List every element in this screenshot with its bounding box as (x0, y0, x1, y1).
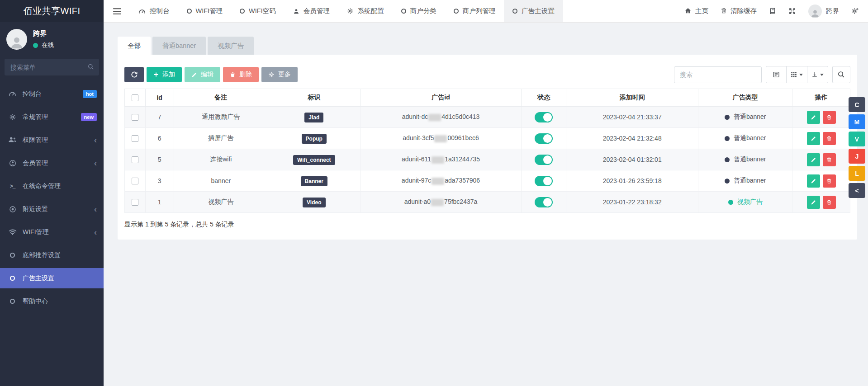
row-delete-button[interactable] (823, 153, 836, 166)
columns-dropdown-button[interactable] (787, 66, 807, 83)
row-edit-button[interactable] (807, 132, 820, 145)
status-toggle[interactable] (535, 155, 553, 165)
redacted-blur (434, 135, 447, 142)
row-checkbox[interactable] (132, 156, 138, 163)
row-delete-button[interactable] (823, 132, 836, 145)
sidebar-item-footer-recommend[interactable]: 底部推荐设置 (0, 245, 104, 265)
quick-button-l[interactable]: L (849, 166, 865, 181)
add-button[interactable]: 添加 (147, 67, 182, 82)
topnav-item-members[interactable]: 会员管理 (285, 0, 338, 22)
topnav-item-advertiser-settings[interactable]: 广告主设置 (504, 0, 563, 22)
clear-cache-button[interactable]: 清除缓存 (721, 7, 757, 15)
redacted-blur (432, 156, 444, 164)
chevron-left-icon: ‹ (94, 205, 97, 213)
circle-icon (187, 9, 192, 14)
topnav-item-console[interactable]: 控制台 (130, 0, 178, 22)
tag-badge: Video (303, 198, 325, 207)
quick-button-m[interactable]: M (849, 114, 865, 129)
row-delete-button[interactable] (823, 174, 836, 188)
sidebar-item-wifi[interactable]: WIFI管理 ‹ (0, 222, 104, 242)
sidebar-item-permissions[interactable]: 权限管理 ‹ (0, 130, 104, 150)
delete-button[interactable]: 删除 (223, 67, 259, 82)
gear-icon (268, 71, 275, 78)
cogs-icon[interactable] (851, 7, 859, 15)
sidebar-item-label: 权限管理 (23, 136, 88, 144)
content-panel: 添加 编辑 删除 更多 (118, 55, 857, 240)
row-edit-button[interactable] (807, 153, 820, 166)
topnav-item-merchant-category[interactable]: 商户分类 (393, 0, 445, 22)
home-button[interactable]: 主页 (684, 7, 708, 15)
row-delete-button[interactable] (823, 111, 836, 124)
fullscreen-icon[interactable] (788, 7, 796, 15)
trash-icon (826, 136, 832, 141)
tab-video-ad[interactable]: 视频广告 (208, 37, 254, 55)
status-toggle[interactable] (535, 133, 553, 144)
grid-icon (791, 71, 797, 78)
row-delete-button[interactable] (823, 196, 836, 209)
user-menu[interactable]: 跨界 (808, 5, 839, 18)
cell-id: 5 (145, 149, 174, 170)
topnav-item-merchant-list[interactable]: 商户列管理 (445, 0, 504, 22)
quick-button-j[interactable]: J (849, 149, 865, 164)
refresh-button[interactable] (124, 67, 144, 82)
sidebar-item-nearby[interactable]: 附近设置 ‹ (0, 199, 104, 219)
cell-remark: banner (174, 170, 268, 192)
caret-down-icon (799, 74, 803, 76)
status-toggle[interactable] (535, 197, 553, 207)
cell-id: 3 (145, 170, 174, 192)
row-edit-button[interactable] (807, 111, 820, 124)
users-icon (8, 137, 17, 143)
collapse-button[interactable]: < (849, 183, 865, 198)
language-icon[interactable] (769, 8, 776, 15)
refresh-icon (131, 71, 138, 78)
quick-button-v[interactable]: V (849, 132, 865, 146)
status-toggle[interactable] (535, 176, 553, 186)
row-checkbox[interactable] (132, 114, 138, 121)
cell-adid: adunit-dc4d1c5d0c413 (360, 107, 521, 128)
target-icon (8, 206, 17, 213)
tab-all[interactable]: 全部 (118, 37, 151, 55)
detail-view-button[interactable] (766, 66, 787, 83)
new-badge: new (81, 113, 97, 121)
tab-normal-banner[interactable]: 普通banner (152, 37, 206, 55)
redacted-blur (428, 114, 441, 121)
sidebar-toggle-icon[interactable] (104, 0, 130, 22)
row-edit-button[interactable] (807, 174, 820, 188)
row-checkbox[interactable] (132, 178, 138, 184)
export-dropdown-button[interactable] (807, 66, 828, 83)
menu-search-input[interactable] (5, 59, 99, 75)
table-search-input[interactable] (674, 66, 762, 83)
sidebar-item-online-commands[interactable]: >_ 在线命令管理 (0, 176, 104, 196)
sidebar-item-help-center[interactable]: 帮助中心 (0, 291, 104, 311)
more-button[interactable]: 更多 (261, 67, 298, 82)
topnav-item-wifi-codes[interactable]: WIFI空码 (231, 0, 285, 22)
row-checkbox[interactable] (132, 135, 138, 142)
circle-icon (8, 276, 17, 281)
terminal-icon: >_ (8, 183, 17, 189)
sidebar-item-advertiser-settings[interactable]: 广告主设置 (0, 268, 104, 288)
cell-remark: 视频广告 (174, 192, 268, 213)
trash-icon (826, 114, 832, 120)
cell-remark: 通用激励广告 (174, 107, 268, 128)
person-icon (9, 34, 24, 50)
row-checkbox[interactable] (132, 199, 138, 206)
sidebar-item-label: 常规管理 (23, 113, 75, 121)
quick-button-c[interactable]: C (849, 97, 865, 112)
edit-button[interactable]: 编辑 (185, 67, 220, 82)
search-button[interactable] (832, 66, 850, 83)
sidebar-item-members[interactable]: 会员管理 ‹ (0, 153, 104, 173)
trash-icon (826, 157, 832, 163)
user-avatar (6, 29, 27, 50)
sidebar-item-general[interactable]: 常规管理 new (0, 107, 104, 127)
sidebar-item-console[interactable]: 控制台 hot (0, 84, 104, 104)
status-toggle[interactable] (535, 112, 553, 122)
topnav-item-label: WIFI空码 (249, 7, 276, 15)
topnav-item-label: WIFI管理 (196, 7, 223, 15)
topnav-item-system-config[interactable]: 系统配置 (338, 0, 393, 22)
user-block[interactable]: 跨界 在线 (0, 22, 104, 53)
row-edit-button[interactable] (807, 196, 820, 209)
select-all-checkbox[interactable] (132, 94, 138, 101)
topnav-item-label: 会员管理 (304, 7, 330, 15)
topnav-item-wifi-management[interactable]: WIFI管理 (178, 0, 232, 22)
pencil-icon (811, 157, 816, 163)
